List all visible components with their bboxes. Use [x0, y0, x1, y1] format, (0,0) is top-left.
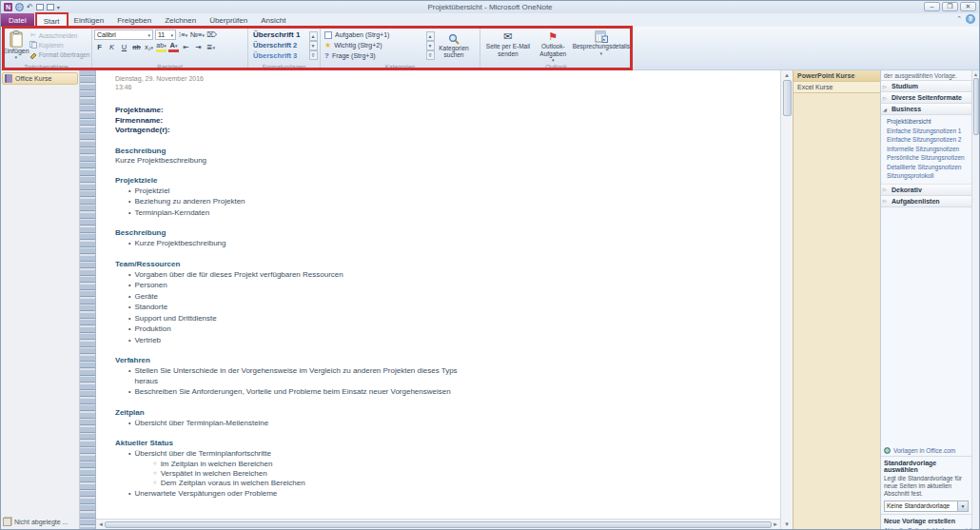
clear-format-button[interactable]: ⌦ — [206, 29, 217, 40]
sub-bullet-icon: ○ — [153, 460, 157, 469]
bullet-list-button[interactable]: ⁝≡▾ — [178, 29, 188, 40]
underline-button[interactable]: U — [119, 42, 129, 52]
bullet-icon: • — [128, 303, 130, 313]
section-heading: Projektziele — [115, 176, 458, 186]
envelope-icon: ✉ — [503, 30, 512, 43]
find-tags-button[interactable]: Kategorien suchen — [435, 29, 473, 62]
default-template-description: Legt die Standardvorlage für neue Seiten… — [881, 474, 971, 499]
tags-scroll-down-icon[interactable]: ▼ — [426, 41, 435, 50]
styles-scroll-up-icon[interactable]: ▲ — [309, 31, 318, 41]
bullet-icon: • — [128, 387, 130, 398]
page-time: 13:46 — [115, 83, 771, 91]
notebook-icon — [5, 74, 12, 83]
template-link[interactable]: Sitzungsprotokoll — [887, 171, 971, 181]
template-category-aufgabenlisten[interactable]: ▷ Aufgabenlisten — [881, 196, 971, 207]
template-category-dekorativ[interactable]: ▷ Dekorativ — [881, 185, 971, 196]
strikethrough-button[interactable]: ab — [131, 42, 142, 52]
vertical-scrollbar[interactable]: ▲ ▼ — [780, 70, 793, 529]
font-family-select[interactable]: Calibri▾ — [94, 29, 153, 40]
scroll-up-icon[interactable]: ▲ — [784, 71, 790, 79]
pane-scroll-thumb[interactable] — [973, 78, 979, 135]
meeting-details-button[interactable]: Besprechungsdetails ▾ — [573, 29, 630, 62]
page-tab-powerpoint-kurse[interactable]: PowerPoint Kurse — [794, 70, 880, 82]
paste-button[interactable]: Einfügen ▾ — [3, 29, 29, 62]
tab-einfuegen[interactable]: Einfügen — [68, 13, 111, 27]
bullet-text: Geräte — [134, 292, 157, 303]
templates-intro-text: der ausgewählten Vorlage. — [881, 70, 971, 81]
template-link[interactable]: Persönliche Sitzungsnotizen — [887, 153, 971, 163]
tab-freigeben[interactable]: Freigeben — [110, 13, 158, 27]
email-page-button[interactable]: ✉ Seite per E-Mail senden — [482, 29, 534, 62]
italic-button[interactable]: K — [107, 42, 117, 52]
copy-button[interactable]: Kopieren — [29, 41, 90, 49]
scroll-down-icon[interactable]: ▼ — [784, 520, 790, 528]
template-category-seitenformate[interactable]: ▷ Diverse Seitenformate — [881, 92, 971, 104]
page-tab-excel-kurse[interactable]: Excel Kurse — [794, 82, 880, 93]
tag-wichtig[interactable]: ★Wichtig (Strg+2) — [324, 42, 425, 49]
tags-scroll-up-icon[interactable]: ▲ — [426, 31, 435, 41]
minimize-button[interactable]: – — [924, 2, 940, 11]
pane-scroll-up-icon[interactable]: ▲ — [973, 71, 978, 77]
page-canvas[interactable]: Dienstag, 29. November 2016 13:46 Projek… — [96, 70, 780, 529]
office-com-templates-link[interactable]: Vorlagen in Office.com — [881, 445, 971, 456]
format-painter-button[interactable]: Format übertragen — [29, 51, 90, 59]
default-template-select[interactable]: Keine Standardvorlage ▼ — [884, 501, 969, 512]
paste-dropdown-icon: ▾ — [15, 54, 18, 60]
scroll-right-icon[interactable]: ► — [773, 520, 778, 528]
template-link[interactable]: Detaillierte Sitzungsnotizen — [887, 163, 971, 172]
taskpane-scrollbar[interactable]: ▲ — [971, 70, 979, 529]
tab-zeichnen[interactable]: Zeichnen — [158, 13, 203, 27]
chevron-down-icon: ◢ — [883, 107, 889, 112]
outlook-tasks-button[interactable]: ⚑ Outlook-Aufgaben ▾ — [534, 29, 573, 62]
tab-ansicht[interactable]: Ansicht — [254, 13, 292, 27]
restore-button[interactable]: ❐ — [942, 2, 958, 11]
horizontal-scrollbar[interactable]: ◄ ► — [96, 519, 780, 529]
tab-datei[interactable]: Datei — [1, 13, 34, 27]
minimize-ribbon-icon[interactable]: ⌃ — [956, 15, 962, 23]
styles-more-icon[interactable]: ⊽ — [309, 50, 318, 60]
star-icon: ★ — [324, 42, 331, 49]
bullet-icon: • — [128, 208, 130, 219]
template-link[interactable]: Einfache Sitzungsnotizen 1 — [887, 127, 971, 136]
style-ueberschrift-2[interactable]: Überschrift 2 — [253, 41, 308, 49]
bullet-text: Beschreiben Sie Anforderungen, Vorteile … — [134, 387, 450, 398]
sub-bullet-item: ○Im Zeitplan in welchen Bereichen — [153, 460, 458, 469]
cut-button[interactable]: ✂Ausschneiden — [29, 31, 90, 39]
style-ueberschrift-1[interactable]: Überschrift 1 — [253, 30, 308, 39]
template-category-studium[interactable]: ▷ Studium — [881, 81, 971, 92]
highlight-button[interactable]: ab▾ — [156, 42, 167, 52]
tab-start[interactable]: Start — [36, 13, 68, 27]
numbered-list-button[interactable]: №≡▾ — [190, 29, 205, 40]
template-category-business[interactable]: ◢ Business — [881, 104, 971, 115]
tab-ueberpruefen[interactable]: Überprüfen — [203, 13, 254, 27]
font-color-button[interactable]: A▾ — [168, 42, 179, 52]
bullet-icon: • — [128, 366, 130, 386]
scroll-left-icon[interactable]: ◄ — [98, 520, 104, 528]
bullet-item: •Unerwartete Verspätungen oder Probleme — [128, 489, 458, 500]
increase-indent-button[interactable]: ⇥ — [193, 42, 204, 52]
help-icon[interactable]: ? — [966, 14, 975, 24]
decrease-indent-button[interactable]: ⇤ — [181, 42, 191, 52]
bullet-icon: • — [128, 197, 130, 207]
notebook-office-kurse[interactable]: Office Kurse — [2, 72, 78, 85]
style-ueberschrift-3[interactable]: Überschrift 3 — [253, 51, 308, 60]
template-link[interactable]: Einfache Sitzungsnotizen 2 — [887, 135, 971, 145]
section-heading: Beschreibung — [115, 228, 458, 238]
subscript-button[interactable]: x₂▾ — [144, 42, 154, 52]
tag-aufgaben[interactable]: Aufgaben (Strg+1) — [324, 31, 425, 39]
unfiled-notes-button[interactable]: Nicht abgelegte ... — [3, 518, 68, 526]
horizontal-scroll-thumb[interactable] — [105, 521, 772, 528]
paragraph-align-button[interactable]: ≣▾ — [206, 42, 216, 52]
template-link[interactable]: Projektübersicht — [887, 117, 971, 127]
tags-more-icon[interactable]: ⊽ — [426, 50, 435, 60]
bullet-item: •Beziehung zu anderen Projekten — [128, 197, 458, 207]
bold-button[interactable]: F — [94, 42, 105, 52]
page-field: Projektname: — [115, 106, 771, 116]
template-link[interactable]: Informelle Sitzungsnotizen — [887, 145, 971, 154]
vertical-scroll-thumb[interactable] — [783, 80, 792, 116]
tag-frage[interactable]: ?Frage (Strg+3) — [324, 52, 425, 60]
close-button[interactable]: ✕ — [960, 2, 976, 11]
save-as-template-link[interactable]: Aktuelle Seite als Vorlage speichern — [881, 525, 971, 530]
font-size-select[interactable]: 11▾ — [155, 29, 176, 40]
styles-scroll-down-icon[interactable]: ▼ — [309, 41, 318, 50]
